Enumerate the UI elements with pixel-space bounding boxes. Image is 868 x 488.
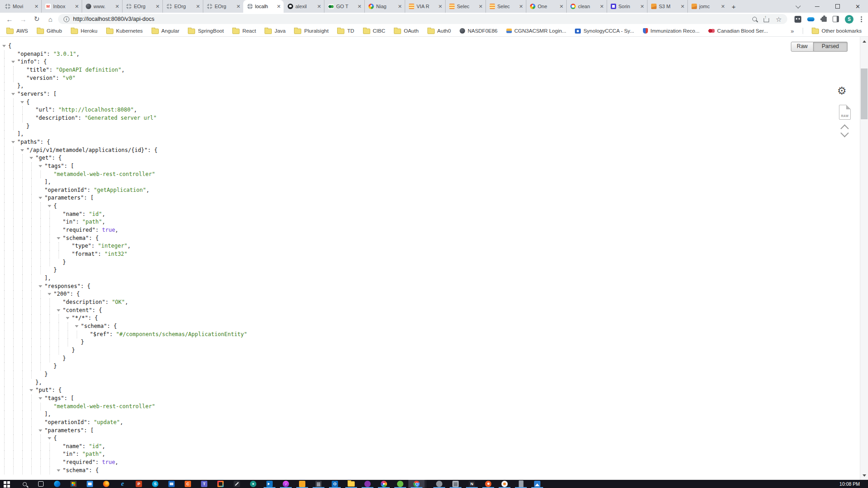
taskbar-gray-app-button[interactable]: [431, 480, 447, 488]
browser-tab[interactable]: www.✕: [82, 0, 122, 13]
site-info-icon[interactable]: i: [64, 16, 69, 22]
taskbar-notebook-button[interactable]: [310, 480, 327, 488]
collapse-toggle-icon[interactable]: [57, 309, 60, 312]
taskbar-edge-button[interactable]: [49, 480, 65, 488]
collapse-toggle-icon[interactable]: [2, 45, 6, 47]
zoom-icon[interactable]: [752, 17, 757, 21]
dark-extension-icon[interactable]: [794, 16, 801, 23]
raw-document-icon[interactable]: RAW: [839, 105, 851, 120]
bookmark-item[interactable]: Java: [265, 28, 285, 34]
tab-close-icon[interactable]: ✕: [479, 4, 483, 9]
collapse-toggle-icon[interactable]: [39, 285, 42, 288]
bookmark-item[interactable]: SpringBoot: [188, 28, 224, 34]
tab-close-icon[interactable]: ✕: [519, 4, 523, 9]
taskbar-purple-app-button[interactable]: [359, 480, 376, 488]
browser-tab[interactable]: EOrg✕: [203, 0, 243, 13]
taskbar-spring-button[interactable]: [392, 480, 408, 488]
taskbar-skype-button[interactable]: S: [147, 480, 163, 488]
bookmark-item[interactable]: Kubernetes: [106, 28, 143, 34]
taskbar-start-button[interactable]: [0, 480, 16, 488]
scrollbar-down-arrow[interactable]: [860, 473, 868, 480]
browser-tab[interactable]: GO T✕: [324, 0, 364, 13]
taskbar-gitkraken-button[interactable]: [245, 480, 261, 488]
collapse-toggle-icon[interactable]: [57, 237, 60, 239]
scrollbar-thumb[interactable]: [861, 68, 868, 119]
collapse-toggle-icon[interactable]: [39, 397, 42, 400]
taskbar-outlook-button[interactable]: O: [327, 480, 343, 488]
tab-search-button[interactable]: [790, 0, 807, 13]
menu-kebab-icon[interactable]: [859, 16, 863, 22]
restore-button[interactable]: [827, 0, 848, 13]
browser-tab[interactable]: alexil✕: [284, 0, 324, 13]
collapse-toggle-icon[interactable]: [48, 205, 51, 207]
taskbar-itunes-button[interactable]: ♪: [278, 480, 294, 488]
collapse-toggle-icon[interactable]: [29, 157, 33, 159]
browser-tab[interactable]: Movi✕: [1, 0, 41, 13]
other-bookmarks[interactable]: Other bookmarks: [812, 28, 862, 34]
forward-button[interactable]: →: [17, 14, 29, 24]
browser-tab[interactable]: Selec✕: [445, 0, 485, 13]
bookmark-item[interactable]: Pluralsight: [294, 28, 329, 34]
reload-button[interactable]: ↻: [31, 14, 43, 24]
bookmark-item[interactable]: CIBC: [363, 28, 385, 34]
tab-close-icon[interactable]: ✕: [75, 4, 79, 9]
tab-close-icon[interactable]: ✕: [398, 4, 402, 9]
bookmark-item[interactable]: AWS: [6, 28, 28, 34]
collapse-toggle-icon[interactable]: [39, 165, 42, 167]
collapse-toggle-icon[interactable]: [11, 141, 15, 143]
tab-close-icon[interactable]: ✕: [559, 4, 564, 9]
collapse-toggle-icon[interactable]: [75, 325, 78, 327]
collapse-toggle-icon[interactable]: [20, 149, 24, 151]
browser-tab[interactable]: localh✕: [243, 0, 284, 13]
bookmark-star-icon[interactable]: ☆: [776, 16, 782, 23]
scrollbar-up-arrow[interactable]: [860, 37, 868, 44]
taskbar-gray-phone-button[interactable]: [513, 480, 529, 488]
collapse-toggle-icon[interactable]: [66, 317, 69, 319]
tab-close-icon[interactable]: ✕: [34, 4, 39, 9]
taskbar-white-orange-button[interactable]: [496, 480, 513, 488]
tab-close-icon[interactable]: ✕: [358, 4, 362, 9]
tab-close-icon[interactable]: ✕: [721, 4, 725, 9]
taskbar-postman-button[interactable]: [480, 480, 496, 488]
taskbar-orange-app-button[interactable]: [294, 480, 310, 488]
bookmarks-overflow-chevron[interactable]: »: [791, 28, 794, 34]
taskbar-vscode-button[interactable]: [261, 480, 278, 488]
tab-close-icon[interactable]: ✕: [600, 4, 604, 9]
collapse-toggle-icon[interactable]: [20, 101, 24, 103]
collapse-toggle-icon[interactable]: [48, 437, 51, 439]
collapse-toggle-icon[interactable]: [39, 429, 42, 432]
tab-close-icon[interactable]: ✕: [438, 4, 442, 9]
back-button[interactable]: ←: [4, 14, 15, 24]
profile-avatar[interactable]: S: [845, 15, 853, 24]
onedrive-cloud-icon[interactable]: [807, 17, 814, 21]
bookmark-item[interactable]: OAuth: [394, 28, 419, 34]
taskbar-chrome-button[interactable]: [408, 480, 425, 488]
taskbar-mail2-button[interactable]: [163, 480, 180, 488]
browser-tab[interactable]: Sorin✕: [607, 0, 647, 13]
tab-close-icon[interactable]: ✕: [196, 4, 200, 9]
parsed-button[interactable]: Parsed: [814, 42, 848, 52]
new-tab-button[interactable]: +: [728, 0, 740, 13]
taskbar-clock[interactable]: 10:08 PM: [839, 481, 868, 487]
taskbar-task-view-button[interactable]: [33, 480, 49, 488]
share-icon[interactable]: [764, 18, 769, 22]
taskbar-ie-button[interactable]: e: [114, 480, 131, 488]
viewer-settings-gear-icon[interactable]: ⚙: [837, 85, 847, 97]
taskbar-mail-button[interactable]: [82, 480, 98, 488]
browser-tab[interactable]: clean✕: [566, 0, 607, 13]
taskbar-intellij-button[interactable]: [212, 480, 229, 488]
scrollbar[interactable]: [860, 37, 868, 480]
taskbar-blue-image-button[interactable]: [529, 480, 545, 488]
bookmark-item[interactable]: Angular: [152, 28, 180, 34]
taskbar-pinwheel-button[interactable]: [376, 480, 392, 488]
collapse-toggle-icon[interactable]: [57, 469, 60, 472]
browser-tab[interactable]: EOrg✕: [122, 0, 162, 13]
bookmark-item[interactable]: TD: [337, 28, 354, 34]
taskbar-editor-tool-button[interactable]: [229, 480, 245, 488]
url-text[interactable]: http://localhost:8080/v3/api-docs: [73, 16, 749, 22]
collapse-toggle-icon[interactable]: [11, 93, 15, 95]
taskbar-notepad-button[interactable]: N: [464, 480, 480, 488]
extensions-puzzle-icon[interactable]: [822, 17, 827, 22]
browser-tab[interactable]: Inbox✕: [41, 0, 82, 13]
tab-close-icon[interactable]: ✕: [640, 4, 644, 9]
